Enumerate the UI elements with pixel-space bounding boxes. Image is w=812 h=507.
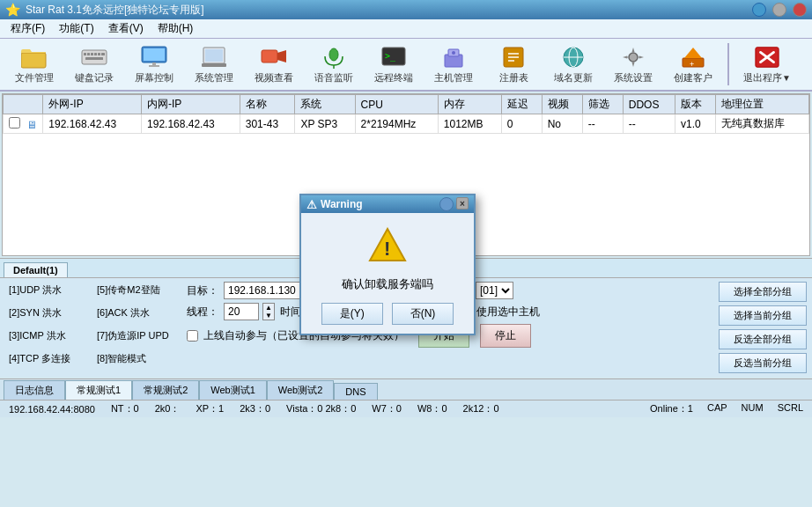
dialog-info-button[interactable] bbox=[439, 197, 454, 211]
dialog-buttons: 是(Y) 否(N) bbox=[312, 303, 463, 325]
dialog-no-button[interactable]: 否(N) bbox=[392, 303, 454, 325]
dialog-yes-button[interactable]: 是(Y) bbox=[321, 303, 383, 325]
dialog-title: Warning bbox=[321, 198, 363, 210]
dialog-overlay: ⚠ Warning × ! 确认卸载服务端吗 是(Y) 否(N) bbox=[0, 0, 812, 507]
dialog-body: ! 确认卸载服务端吗 是(Y) 否(N) bbox=[301, 213, 474, 334]
dialog-warning-icon: ! bbox=[312, 227, 463, 269]
dialog-close-button[interactable]: × bbox=[456, 197, 469, 209]
warning-dialog: ⚠ Warning × ! 确认卸载服务端吗 是(Y) 否(N) bbox=[299, 194, 476, 335]
dialog-message: 确认卸载服务端吗 bbox=[312, 276, 463, 292]
svg-text:!: ! bbox=[384, 238, 390, 260]
warning-title-icon: ⚠ bbox=[306, 198, 317, 211]
dialog-titlebar: ⚠ Warning × bbox=[301, 195, 474, 213]
